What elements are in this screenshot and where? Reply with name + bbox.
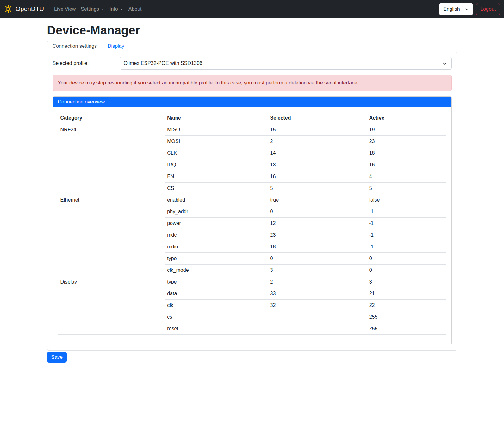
cell-name: mdc	[165, 229, 267, 241]
cell-category: Display	[58, 276, 165, 335]
connection-table: Category Name Selected Active NRF24MISO1…	[58, 112, 446, 335]
cell-active: -1	[367, 241, 446, 253]
cell-selected: 12	[268, 218, 367, 229]
cell-name: phy_addr	[165, 206, 267, 218]
table-header-row: Category Name Selected Active	[58, 112, 446, 124]
card-header: Connection overview	[53, 97, 451, 107]
nav-item-label: Settings	[81, 6, 99, 12]
incompatible-profile-warning: Your device may stop responding if you s…	[53, 75, 452, 91]
connection-overview-card: Connection overview Category Name Select…	[53, 96, 452, 345]
cell-selected: 18	[268, 241, 367, 253]
profile-select[interactable]: Olimex ESP32-POE with SSD1306	[120, 57, 452, 70]
cell-selected	[268, 323, 367, 335]
chevron-down-icon	[464, 7, 469, 11]
profile-select-value: Olimex ESP32-POE with SSD1306	[124, 60, 202, 66]
cell-active: 0	[367, 265, 446, 276]
chevron-down-icon	[442, 61, 447, 66]
cell-selected: 0	[268, 206, 367, 218]
cell-name: power	[165, 218, 267, 229]
logout-button[interactable]: Logout	[476, 3, 500, 15]
profile-row: Selected profile: Olimex ESP32-POE with …	[53, 57, 452, 70]
nav-item-label: Info	[109, 6, 118, 12]
column-header-category: Category	[58, 112, 165, 124]
cell-name: MISO	[165, 124, 267, 136]
cell-name: IRQ	[165, 159, 267, 171]
column-header-name: Name	[165, 112, 267, 124]
cell-active: -1	[367, 229, 446, 241]
cell-active: 5	[367, 183, 446, 194]
nav-item-info[interactable]: Info	[107, 4, 126, 15]
nav-item-label: Live View	[54, 6, 76, 12]
tab-panel: Selected profile: Olimex ESP32-POE with …	[47, 52, 457, 351]
sun-icon	[4, 5, 13, 13]
language-select-value: English	[443, 6, 460, 12]
cell-selected: 33	[268, 288, 367, 300]
cell-selected	[268, 311, 367, 323]
tab-connection-settings[interactable]: Connection settings	[47, 41, 103, 52]
language-select[interactable]: English	[439, 3, 473, 15]
cell-name: type	[165, 276, 267, 288]
cell-name: cs	[165, 311, 267, 323]
nav-links: Live View Settings Info About	[52, 4, 144, 15]
cell-active: 22	[367, 300, 446, 311]
cell-active: -1	[367, 218, 446, 229]
cell-name: data	[165, 288, 267, 300]
nav-item-settings[interactable]: Settings	[78, 4, 107, 15]
cell-active: 21	[367, 288, 446, 300]
cell-active: 0	[367, 253, 446, 265]
brand-label: OpenDTU	[16, 5, 44, 13]
cell-selected: 5	[268, 183, 367, 194]
cell-selected: 0	[268, 253, 367, 265]
cell-selected: 23	[268, 229, 367, 241]
column-header-selected: Selected	[268, 112, 367, 124]
navbar-right: English Logout	[439, 3, 500, 15]
cell-selected: 16	[268, 171, 367, 183]
cell-selected: 13	[268, 159, 367, 171]
table-row: Displaytype23	[58, 276, 446, 288]
cell-active: 18	[367, 147, 446, 159]
cell-category: NRF24	[58, 124, 165, 194]
cell-active: 3	[367, 276, 446, 288]
cell-active: 19	[367, 124, 446, 136]
cell-selected: 14	[268, 147, 367, 159]
profile-label: Selected profile:	[53, 60, 120, 66]
table-row: NRF24MISO1519	[58, 124, 446, 136]
caret-down-icon	[101, 9, 104, 10]
cell-selected: 2	[268, 276, 367, 288]
cell-name: mdio	[165, 241, 267, 253]
main-content: Device-Manager Connection settings Displ…	[43, 24, 461, 363]
save-button[interactable]: Save	[47, 352, 67, 363]
cell-active: 255	[367, 311, 446, 323]
column-header-active: Active	[367, 112, 446, 124]
table-row: Ethernetenabledtruefalse	[58, 194, 446, 206]
cell-name: enabled	[165, 194, 267, 206]
navbar: OpenDTU Live View Settings Info About En…	[0, 0, 504, 18]
cell-active: -1	[367, 206, 446, 218]
cell-active: false	[367, 194, 446, 206]
cell-selected: 2	[268, 136, 367, 147]
tab-bar: Connection settings Display	[47, 41, 457, 52]
cell-name: CLK	[165, 147, 267, 159]
cell-active: 16	[367, 159, 446, 171]
nav-item-label: About	[128, 6, 142, 12]
card-body: Category Name Selected Active NRF24MISO1…	[53, 107, 451, 345]
cell-name: clk_mode	[165, 265, 267, 276]
cell-name: reset	[165, 323, 267, 335]
cell-name: MOSI	[165, 136, 267, 147]
brand-link[interactable]: OpenDTU	[4, 5, 44, 13]
cell-selected: 3	[268, 265, 367, 276]
cell-name: type	[165, 253, 267, 265]
cell-active: 255	[367, 323, 446, 335]
cell-name: clk	[165, 300, 267, 311]
cell-selected: 15	[268, 124, 367, 136]
nav-item-live-view[interactable]: Live View	[52, 4, 78, 15]
cell-active: 4	[367, 171, 446, 183]
cell-selected: 32	[268, 300, 367, 311]
nav-item-about[interactable]: About	[126, 4, 144, 15]
cell-selected: true	[268, 194, 367, 206]
cell-name: EN	[165, 171, 267, 183]
cell-name: CS	[165, 183, 267, 194]
page-title: Device-Manager	[47, 24, 457, 37]
caret-down-icon	[120, 9, 123, 10]
tab-display[interactable]: Display	[102, 41, 129, 52]
